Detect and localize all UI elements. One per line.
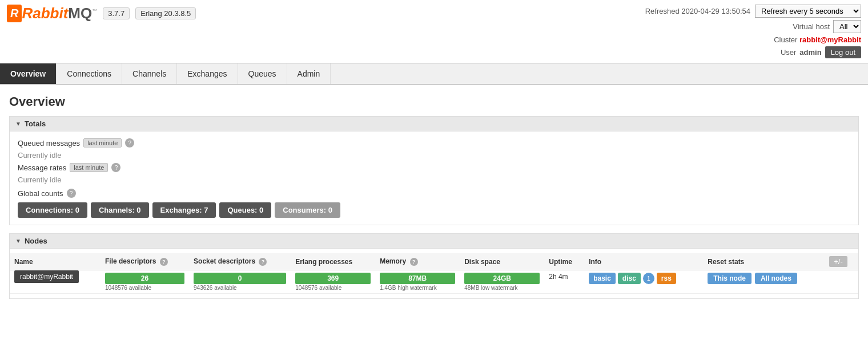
reset-buttons: This node All nodes — [708, 273, 820, 284]
queued-messages-label: Queued messages — [18, 139, 80, 147]
header-right: Refreshed 2020-04-29 13:50:54 Refresh ev… — [645, 5, 861, 58]
col-disk-space: Disk space — [460, 253, 544, 270]
erlang-proc-cell: 369 1048576 available — [291, 270, 375, 294]
disk-space-cell: 24GB 48MB low watermark — [460, 270, 544, 294]
plus-minus-button[interactable]: +/- — [829, 256, 847, 267]
disk-space-bar: 24GB — [464, 273, 540, 284]
col-reset-stats: Reset stats — [703, 253, 825, 270]
queued-messages-row: Queued messages last minute ? — [18, 138, 850, 147]
uptime-cell: 2h 4m — [544, 270, 584, 294]
currently-idle-2: Currently idle — [18, 175, 850, 184]
reset-stats-cell: This node All nodes — [703, 270, 825, 294]
nav-item-admin[interactable]: Admin — [287, 63, 331, 84]
logo-rabbit: Rabbit — [22, 5, 68, 22]
file-desc-available: 1048576 available — [105, 285, 184, 291]
col-socket-desc: Socket descriptors ? — [189, 253, 291, 270]
node-name-cell: rabbit@myRabbit — [10, 270, 101, 294]
logo-icon: R — [7, 5, 22, 22]
logo-tm: ™ — [92, 8, 97, 14]
consumers-count-button[interactable]: Consumers: 0 — [275, 202, 340, 218]
message-rates-row: Message rates last minute ? — [18, 163, 850, 172]
exchanges-count-button[interactable]: Exchanges: 7 — [152, 202, 216, 218]
header: R RabbitMQ™ 3.7.7 Erlang 20.3.8.5 Refres… — [0, 0, 868, 63]
count-buttons: Connections: 0 Channels: 0 Exchanges: 7 … — [18, 202, 850, 218]
nav: Overview Connections Channels Exchanges … — [0, 63, 868, 85]
queues-count-button[interactable]: Queues: 0 — [219, 202, 271, 218]
info-disc-badge[interactable]: disc — [618, 273, 641, 284]
totals-section-label: Totals — [25, 119, 46, 128]
logo-rabbit-text: R — [10, 7, 18, 20]
socket-desc-available: 943626 available — [194, 285, 286, 291]
info-cell: basic disc 1 rss — [584, 270, 703, 294]
nodes-table-header-row: Name File descriptors ? Socket descripto… — [10, 253, 858, 270]
last-minute-tag: last minute — [83, 138, 122, 147]
col-name: Name — [10, 253, 101, 270]
logo: R RabbitMQ™ — [7, 5, 97, 22]
memory-bar: 87MB — [380, 273, 455, 284]
nav-item-channels[interactable]: Channels — [122, 63, 177, 84]
socket-desc-help-icon[interactable]: ? — [259, 258, 267, 266]
message-rates-last-minute-tag: last minute — [70, 163, 108, 172]
totals-section: ▼ Totals Queued messages last minute ? C… — [9, 116, 859, 225]
nav-item-queues[interactable]: Queues — [238, 63, 287, 84]
totals-section-body: Queued messages last minute ? Currently … — [10, 131, 858, 225]
nodes-section-header[interactable]: ▼ Nodes — [10, 234, 858, 249]
nodes-section: ▼ Nodes Name File descriptors ? Socket d… — [9, 233, 859, 299]
message-rates-help-icon[interactable]: ? — [111, 163, 120, 172]
logo-area: R RabbitMQ™ 3.7.7 Erlang 20.3.8.5 — [7, 5, 196, 22]
nav-item-connections[interactable]: Connections — [57, 63, 122, 84]
refresh-select[interactable]: Refresh every 5 seconds Refresh every 10… — [755, 5, 861, 18]
nodes-table: Name File descriptors ? Socket descripto… — [10, 253, 858, 294]
info-rss-badge[interactable]: rss — [657, 273, 676, 284]
col-info: Info — [584, 253, 703, 270]
global-counts-help-icon[interactable]: ? — [67, 189, 76, 198]
file-desc-help-icon[interactable]: ? — [160, 258, 168, 266]
vhost-select[interactable]: All / — [833, 20, 861, 33]
col-erlang-proc: Erlang processes — [291, 253, 375, 270]
currently-idle-1: Currently idle — [18, 151, 850, 159]
user-label: User — [781, 48, 796, 57]
disk-watermark: 48MB low watermark — [464, 285, 540, 291]
info-basic-badge[interactable]: basic — [589, 273, 616, 284]
file-desc-cell: 26 1048576 available — [101, 270, 189, 294]
user-name: admin — [799, 48, 821, 57]
erlang-proc-bar: 369 — [295, 273, 371, 284]
reset-this-node-button[interactable]: This node — [708, 273, 752, 284]
refresh-row: Refreshed 2020-04-29 13:50:54 Refresh ev… — [645, 5, 861, 18]
socket-desc-cell: 0 943626 available — [189, 270, 291, 294]
erlang-proc-available: 1048576 available — [295, 285, 371, 291]
memory-help-icon[interactable]: ? — [410, 258, 418, 266]
cluster-label: Cluster — [774, 35, 797, 44]
channels-count-button[interactable]: Channels: 0 — [91, 202, 149, 218]
reset-all-nodes-button[interactable]: All nodes — [755, 273, 797, 284]
nav-item-overview[interactable]: Overview — [0, 63, 57, 84]
totals-arrow-icon: ▼ — [15, 121, 21, 127]
queued-messages-help-icon[interactable]: ? — [125, 138, 134, 147]
totals-section-header[interactable]: ▼ Totals — [10, 117, 858, 131]
logo-mq: MQ — [68, 5, 92, 22]
global-counts-label: Global counts — [18, 189, 63, 198]
logout-button[interactable]: Log out — [825, 46, 861, 58]
info-num-badge[interactable]: 1 — [643, 273, 654, 284]
nav-item-exchanges[interactable]: Exchanges — [177, 63, 238, 84]
node-name-badge: rabbit@myRabbit — [14, 270, 79, 283]
version-badge: 3.7.7 — [103, 7, 130, 19]
global-counts-row: Global counts ? — [18, 189, 850, 198]
cluster-row: Cluster rabbit@myRabbit — [774, 35, 861, 44]
nodes-arrow-icon: ▼ — [15, 238, 21, 244]
connections-count-button[interactable]: Connections: 0 — [18, 202, 87, 218]
memory-cell: 87MB 1.4GB high watermark — [375, 270, 460, 294]
col-uptime: Uptime — [544, 253, 584, 270]
vhost-row: Virtual host All / — [793, 20, 861, 33]
content: Overview ▼ Totals Queued messages last m… — [0, 85, 868, 316]
erlang-badge: Erlang 20.3.8.5 — [135, 7, 196, 19]
nodes-section-body: Name File descriptors ? Socket descripto… — [10, 249, 858, 298]
col-file-desc: File descriptors ? — [101, 253, 189, 270]
refreshed-label: Refreshed 2020-04-29 13:50:54 — [645, 7, 750, 15]
file-desc-bar: 26 — [105, 273, 184, 284]
page-title: Overview — [9, 94, 859, 109]
plus-minus-row-cell — [825, 270, 858, 294]
table-row: rabbit@myRabbit 26 1048576 available 0 9… — [10, 270, 858, 294]
nodes-section-label: Nodes — [25, 237, 47, 245]
col-plus-minus: +/- — [825, 253, 858, 270]
